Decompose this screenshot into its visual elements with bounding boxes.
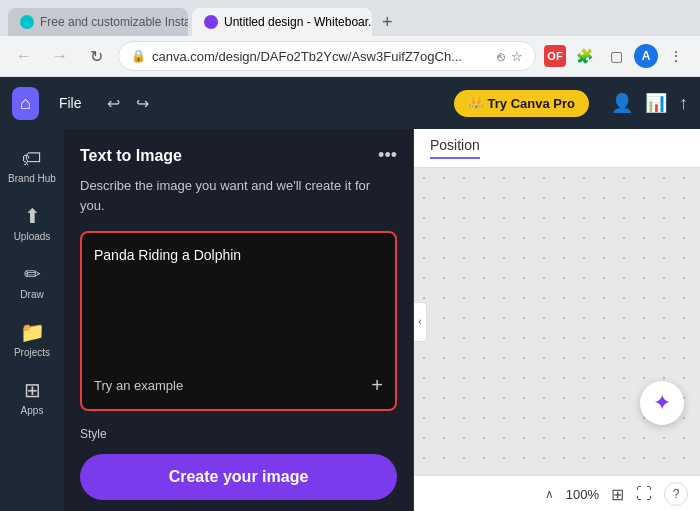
sidebar: 🏷 Brand Hub ⬆ Uploads ✏ Draw 📁 Projects …: [0, 129, 64, 511]
window-button[interactable]: ▢: [602, 42, 630, 70]
file-menu-button[interactable]: File: [49, 89, 92, 117]
canvas-top-bar: Position: [414, 129, 700, 168]
undo-redo-group: ↩ ↪: [101, 90, 155, 117]
forward-button[interactable]: →: [46, 42, 74, 70]
projects-icon: 📁: [20, 320, 45, 344]
sidebar-item-draw[interactable]: ✏ Draw: [4, 254, 60, 308]
back-button[interactable]: ←: [10, 42, 38, 70]
toolbar-right: 👤 📊 ↑: [611, 92, 688, 114]
fullscreen-button[interactable]: ⛶: [636, 485, 652, 503]
tab2-favicon: [204, 15, 218, 29]
try-example-button[interactable]: +: [371, 374, 383, 397]
address-bar[interactable]: 🔒 canva.com/design/DAFo2Tb2Ycw/Asw3FuifZ…: [118, 41, 536, 71]
image-prompt-input[interactable]: Panda Riding a Dolphin Try an example +: [80, 231, 397, 411]
browser-toolbar-icons: OF 🧩 ▢ A ⋮: [544, 42, 690, 70]
projects-label: Projects: [14, 347, 50, 358]
apps-label: Apps: [21, 405, 44, 416]
grid-view-button[interactable]: ⊞: [611, 485, 624, 504]
undo-button[interactable]: ↩: [101, 90, 126, 117]
style-section: Style: [64, 427, 413, 441]
tab1-favicon: [20, 15, 34, 29]
new-tab-button[interactable]: +: [376, 12, 399, 33]
tab2-label: Untitled design - Whiteboar...: [224, 15, 372, 29]
address-text: canva.com/design/DAFo2Tb2Ycw/Asw3FuifZ7o…: [152, 49, 491, 64]
extension-of-icon: OF: [544, 45, 566, 67]
try-example-label: Try an example: [94, 378, 183, 393]
pro-crown-icon: 👑: [468, 96, 484, 111]
sidebar-item-projects[interactable]: 📁 Projects: [4, 312, 60, 366]
collapse-panel-button[interactable]: ‹: [414, 302, 427, 342]
browser-tab-2[interactable]: Untitled design - Whiteboar... ✕: [192, 8, 372, 36]
zoom-level: 100%: [566, 487, 599, 502]
magic-button[interactable]: ✦: [640, 381, 684, 425]
canvas-viewport[interactable]: ‹ ✦: [414, 168, 700, 475]
address-icons: ⎋ ☆: [497, 49, 523, 64]
canvas-area: Position ‹ ✦ ∧ 100% ⊞ ⛶ ?: [414, 129, 700, 511]
style-label: Style: [80, 427, 107, 441]
browser-tab-1[interactable]: Free and customizable Insta... ✕: [8, 8, 188, 36]
draw-icon: ✏: [24, 262, 41, 286]
redo-button[interactable]: ↪: [130, 90, 155, 117]
collapse-icon: ‹: [418, 316, 421, 327]
lock-icon: 🔒: [131, 49, 146, 63]
create-button-area: Create your image: [64, 442, 413, 511]
browser-chrome: Free and customizable Insta... ✕ Untitle…: [0, 0, 700, 77]
magic-icon: ✦: [653, 390, 671, 416]
create-image-button[interactable]: Create your image: [80, 454, 397, 500]
main-content: 🏷 Brand Hub ⬆ Uploads ✏ Draw 📁 Projects …: [0, 129, 700, 511]
sidebar-item-brand-hub[interactable]: 🏷 Brand Hub: [4, 139, 60, 192]
canva-toolbar: ⌂ File ↩ ↪ 👑 Try Canva Pro 👤 📊 ↑: [0, 77, 700, 129]
share-address-icon[interactable]: ⎋: [497, 49, 505, 64]
reload-button[interactable]: ↻: [82, 42, 110, 70]
position-tab[interactable]: Position: [430, 137, 480, 159]
panel-more-button[interactable]: •••: [378, 145, 397, 166]
upload-share-button[interactable]: ↑: [679, 93, 688, 114]
more-options-button[interactable]: ⋮: [662, 42, 690, 70]
try-example-row: Try an example +: [94, 374, 383, 397]
try-pro-label: Try Canva Pro: [488, 96, 575, 111]
browser-toolbar: ← → ↻ 🔒 canva.com/design/DAFo2Tb2Ycw/Asw…: [0, 36, 700, 76]
analytics-button[interactable]: 📊: [645, 92, 667, 114]
browser-tab-bar: Free and customizable Insta... ✕ Untitle…: [0, 0, 700, 36]
brand-hub-label: Brand Hub: [8, 173, 56, 184]
prompt-text[interactable]: Panda Riding a Dolphin: [94, 245, 383, 364]
chevron-up-button[interactable]: ∧: [545, 487, 554, 501]
canvas-bottom-bar: ∧ 100% ⊞ ⛶ ?: [414, 475, 700, 511]
share-users-button[interactable]: 👤: [611, 92, 633, 114]
draw-label: Draw: [20, 289, 43, 300]
uploads-icon: ⬆: [24, 204, 41, 228]
star-icon[interactable]: ☆: [511, 49, 523, 64]
apps-icon: ⊞: [24, 378, 41, 402]
extensions-button[interactable]: 🧩: [570, 42, 598, 70]
panel-title: Text to Image: [80, 147, 182, 165]
sidebar-item-apps[interactable]: ⊞ Apps: [4, 370, 60, 424]
try-pro-button[interactable]: 👑 Try Canva Pro: [454, 90, 589, 117]
uploads-label: Uploads: [14, 231, 51, 242]
profile-icon: A: [634, 44, 658, 68]
tab1-label: Free and customizable Insta...: [40, 15, 188, 29]
app-layout: ⌂ File ↩ ↪ 👑 Try Canva Pro 👤 📊 ↑ 🏷 Brand…: [0, 77, 700, 511]
panel-header: Text to Image •••: [64, 129, 413, 176]
canva-home-button[interactable]: ⌂: [12, 87, 39, 120]
text-to-image-panel: Text to Image ••• Describe the image you…: [64, 129, 414, 511]
panel-description: Describe the image you want and we'll cr…: [64, 176, 413, 231]
brand-hub-icon: 🏷: [22, 147, 42, 170]
sidebar-item-uploads[interactable]: ⬆ Uploads: [4, 196, 60, 250]
help-button[interactable]: ?: [664, 482, 688, 506]
